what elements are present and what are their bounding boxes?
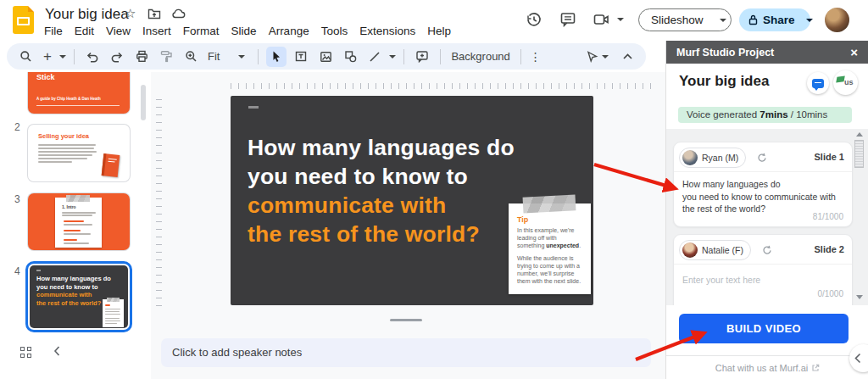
zoom-icon[interactable]: [181, 47, 201, 67]
bullet-line-bar: [64, 230, 81, 231]
voice-select-ryan[interactable]: Ryan (M): [679, 148, 746, 168]
grid-cell: [20, 347, 25, 351]
tip-paragraph-1: In this example, we're leading off with …: [517, 226, 585, 249]
zoom-fit-label[interactable]: Fit: [205, 50, 222, 63]
regenerate-icon[interactable]: [762, 245, 772, 255]
build-video-button[interactable]: BUILD VIDEO: [679, 314, 849, 343]
speaker-notes-box[interactable]: Click to add speaker notes: [161, 338, 651, 367]
text-line-bar: [62, 215, 92, 216]
slide-thumbnail-2[interactable]: Selling your idea: [28, 125, 130, 181]
murf-chat-icon[interactable]: [807, 72, 829, 94]
menu-view[interactable]: View: [100, 22, 136, 40]
meet-camera-icon[interactable]: [593, 13, 610, 26]
slide-title-line2: you need to know to: [248, 162, 515, 191]
comment-history-icon[interactable]: [559, 12, 576, 27]
voice-block-slide2[interactable]: Natalie (F) Slide 2 Enter your text here…: [673, 234, 853, 305]
share-dropdown[interactable]: [800, 19, 819, 22]
slide-title-text[interactable]: How many languages do you need to know t…: [248, 133, 515, 248]
collapse-toolbar-icon[interactable]: [617, 47, 637, 67]
voice-generated-badge: Voice generated 7mins / 10mins: [678, 107, 852, 123]
text-line-bar: [64, 224, 92, 226]
canvas-hscroll-thumb[interactable]: [390, 319, 422, 321]
background-button[interactable]: Background: [448, 50, 512, 63]
paint-format-icon[interactable]: [156, 47, 176, 67]
insert-line-icon[interactable]: [364, 47, 385, 67]
murf-close-icon[interactable]: ×: [850, 45, 858, 59]
more-options-icon[interactable]: ⋮: [529, 47, 542, 67]
add-slide-button[interactable]: +: [40, 47, 55, 67]
menu-tools[interactable]: Tools: [315, 22, 354, 40]
share-button[interactable]: Share: [758, 14, 800, 26]
menu-help[interactable]: Help: [421, 22, 457, 40]
text-line-bar: [105, 318, 120, 319]
toolbar-divider: [520, 49, 521, 64]
tip-card[interactable]: Tip In this example, we're leading off w…: [509, 203, 591, 294]
bullet-line-bar: [64, 220, 84, 222]
grid-view-icon[interactable]: [20, 347, 32, 359]
account-avatar[interactable]: [825, 8, 849, 32]
text-line-bar: [38, 151, 97, 153]
menu-file[interactable]: File: [38, 22, 69, 40]
insert-shape-icon[interactable]: [340, 47, 360, 67]
print-icon[interactable]: [131, 47, 152, 67]
add-slide-caret[interactable]: [59, 55, 66, 59]
document-title[interactable]: Your big idea: [45, 6, 129, 23]
slide-thumbnail-4[interactable]: How many languages do you need to know t…: [25, 261, 132, 332]
murf-footer-link[interactable]: Chat with us at Murf.ai: [666, 363, 868, 373]
laser-dropdown-caret[interactable]: [602, 55, 609, 59]
thumb4-line1: How many languages do: [36, 275, 111, 283]
version-history-icon[interactable]: [526, 11, 542, 28]
grid-cell: [27, 354, 31, 358]
voice-select-natalie[interactable]: Natalie (F): [679, 240, 751, 260]
voice-text-slide2-placeholder[interactable]: Enter your text here: [682, 274, 760, 287]
tip-p1-post: .: [579, 242, 581, 248]
voice-text-slide1[interactable]: How many languages do you need to know t…: [682, 178, 836, 215]
menu-slide[interactable]: Slide: [225, 22, 263, 40]
insert-image-icon[interactable]: [315, 47, 336, 67]
undo-icon[interactable]: [82, 47, 103, 67]
slide-filmstrip: Presentations That Stick A guide by Chip…: [0, 72, 151, 335]
cloud-status-icon[interactable]: [171, 8, 186, 19]
slide-thumbnail-1[interactable]: Presentations That Stick A guide by Chip…: [28, 72, 130, 114]
slideshow-dropdown[interactable]: [712, 19, 734, 22]
menu-insert[interactable]: Insert: [136, 22, 177, 40]
text-line-bar: [105, 309, 120, 309]
regenerate-icon[interactable]: [757, 153, 767, 163]
menu-format[interactable]: Format: [177, 22, 225, 40]
google-slides-logo[interactable]: [13, 6, 34, 34]
panel-scrollbar-thumb[interactable]: [854, 140, 864, 168]
laser-pointer-icon[interactable]: [581, 47, 602, 67]
camera-dropdown-caret[interactable]: [617, 18, 624, 21]
thumb1-title: Presentations That Stick: [36, 72, 105, 82]
slideshow-button[interactable]: Slideshow: [639, 14, 712, 26]
insert-comment-icon[interactable]: [412, 47, 432, 67]
menu-arrange[interactable]: Arrange: [263, 22, 315, 40]
redo-icon[interactable]: [107, 47, 127, 67]
search-menus-icon[interactable]: [15, 47, 36, 67]
menu-extensions[interactable]: Extensions: [353, 22, 421, 40]
filmstrip-scrollbar[interactable]: [141, 85, 146, 120]
menu-edit[interactable]: Edit: [69, 22, 100, 40]
slide-canvas[interactable]: How many languages do you need to know t…: [231, 96, 593, 305]
scrollbar-up-arrow[interactable]: [856, 132, 863, 137]
murf-account-icon[interactable]: us: [833, 70, 858, 95]
text-box-icon[interactable]: [291, 47, 311, 67]
slide-title-line1: How many languages do: [248, 133, 515, 162]
slide-dash: [248, 106, 259, 109]
voice-block-slide1[interactable]: Ryan (M) Slide 1 How many languages do y…: [673, 142, 853, 227]
zoom-fit-caret[interactable]: [238, 55, 245, 59]
slide-thumbnail-3[interactable]: 1. Intro: [28, 193, 130, 250]
star-icon[interactable]: ☆: [125, 6, 136, 21]
thumb4-tip-card: [103, 299, 124, 327]
line-dropdown-caret[interactable]: [389, 55, 396, 59]
grid-cell: [27, 347, 31, 351]
collapse-filmstrip-icon[interactable]: [53, 344, 61, 358]
footer-link-text: Chat with us at Murf.ai: [715, 363, 808, 373]
text-line-bar: [105, 314, 120, 315]
slide2-label: Slide 2: [815, 244, 844, 254]
scrollbar-down-arrow[interactable]: [856, 295, 863, 299]
move-to-folder-icon[interactable]: [147, 8, 161, 20]
select-tool-icon[interactable]: [266, 47, 287, 67]
slide1-label: Slide 1: [815, 152, 844, 162]
badge-suffix: / 10mins: [788, 109, 828, 120]
